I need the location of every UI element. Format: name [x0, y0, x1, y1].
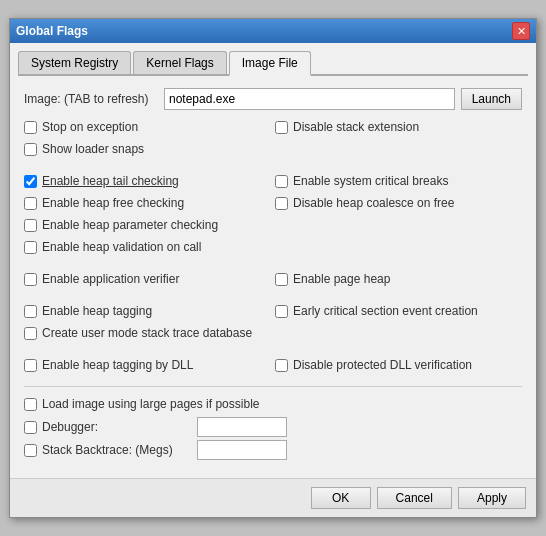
launch-button[interactable]: Launch [461, 88, 522, 110]
debugger-row: Debugger: [24, 417, 522, 437]
main-content: System Registry Kernel Flags Image File … [10, 43, 536, 472]
enable-app-verifier-checkbox[interactable] [24, 273, 37, 286]
disable-protected-label[interactable]: Disable protected DLL verification [293, 358, 472, 372]
enable-heap-param-label[interactable]: Enable heap parameter checking [42, 218, 218, 232]
create-user-mode-checkbox[interactable] [24, 327, 37, 340]
global-flags-window: Global Flags ✕ System Registry Kernel Fl… [9, 18, 537, 518]
disable-protected-checkbox[interactable] [275, 359, 288, 372]
enable-sys-critical-checkbox[interactable] [275, 175, 288, 188]
col-left-heap: Enable heap tail checking Enable heap fr… [24, 172, 271, 260]
show-loader-label[interactable]: Show loader snaps [42, 142, 144, 156]
checkbox-page-heap: Enable page heap [275, 270, 522, 288]
tab-image-file[interactable]: Image File [229, 51, 311, 76]
stack-backtrace-checkbox-row: Stack Backtrace: (Megs) [24, 441, 197, 459]
stop-exception-label[interactable]: Stop on exception [42, 120, 138, 134]
tab-bar: System Registry Kernel Flags Image File [18, 51, 528, 76]
checkbox-heap-param: Enable heap parameter checking [24, 216, 271, 234]
title-bar: Global Flags ✕ [10, 19, 536, 43]
checkbox-stop-exception: Stop on exception [24, 118, 271, 136]
show-loader-checkbox[interactable] [24, 143, 37, 156]
checkbox-show-loader: Show loader snaps [24, 140, 271, 158]
tab-system-registry[interactable]: System Registry [18, 51, 131, 74]
checkbox-large-pages: Load image using large pages if possible [24, 395, 522, 413]
early-critical-label[interactable]: Early critical section event creation [293, 304, 478, 318]
col-right-dll: Disable protected DLL verification [275, 356, 522, 378]
tab-kernel-flags[interactable]: Kernel Flags [133, 51, 226, 74]
footer: OK Cancel Apply [10, 478, 536, 517]
checkbox-heap-coalesce: Disable heap coalesce on free [275, 194, 522, 212]
enable-page-heap-label[interactable]: Enable page heap [293, 272, 390, 286]
checkbox-heap-valid: Enable heap validation on call [24, 238, 271, 256]
cancel-button[interactable]: Cancel [377, 487, 452, 509]
checkbox-heap-free: Enable heap free checking [24, 194, 271, 212]
enable-heap-param-checkbox[interactable] [24, 219, 37, 232]
enable-heap-valid-label[interactable]: Enable heap validation on call [42, 240, 201, 254]
col-left-verifier: Enable application verifier [24, 270, 271, 292]
form-area: Image: (TAB to refresh) Launch Stop on e… [18, 84, 528, 464]
checkbox-sys-critical: Enable system critical breaks [275, 172, 522, 190]
enable-heap-tag-dll-label[interactable]: Enable heap tagging by DLL [42, 358, 193, 372]
col-right-heap: Enable system critical breaks Disable he… [275, 172, 522, 260]
disable-heap-coalesce-label[interactable]: Disable heap coalesce on free [293, 196, 454, 210]
col-right-lower: Early critical section event creation [275, 302, 522, 346]
disable-stack-checkbox[interactable] [275, 121, 288, 134]
ok-button[interactable]: OK [311, 487, 371, 509]
stack-backtrace-row: Stack Backtrace: (Megs) [24, 440, 522, 460]
checkbox-disable-stack: Disable stack extension [275, 118, 522, 136]
enable-page-heap-checkbox[interactable] [275, 273, 288, 286]
col-left-lower: Enable heap tagging Create user mode sta… [24, 302, 271, 346]
checkbox-heap-tag-dll: Enable heap tagging by DLL [24, 356, 271, 374]
col-right-top: Disable stack extension [275, 118, 522, 162]
col-right-page-heap: Enable page heap [275, 270, 522, 292]
image-input[interactable] [164, 88, 455, 110]
enable-heap-free-checkbox[interactable] [24, 197, 37, 210]
image-label: Image: (TAB to refresh) [24, 92, 164, 106]
disable-heap-coalesce-checkbox[interactable] [275, 197, 288, 210]
checkbox-heap-tagging: Enable heap tagging [24, 302, 271, 320]
top-checkboxes: Stop on exception Show loader snaps Disa… [24, 118, 522, 162]
early-critical-checkbox[interactable] [275, 305, 288, 318]
enable-heap-free-label[interactable]: Enable heap free checking [42, 196, 184, 210]
stack-backtrace-checkbox[interactable] [24, 444, 37, 457]
apply-button[interactable]: Apply [458, 487, 526, 509]
checkbox-heap-tail: Enable heap tail checking [24, 172, 271, 190]
verifier-section: Enable application verifier Enable page … [24, 270, 522, 292]
enable-heap-tag-dll-checkbox[interactable] [24, 359, 37, 372]
load-large-pages-checkbox[interactable] [24, 398, 37, 411]
window-title: Global Flags [16, 24, 88, 38]
col-left-top: Stop on exception Show loader snaps [24, 118, 271, 162]
debugger-checkbox-row: Debugger: [24, 418, 197, 436]
checkbox-early-critical: Early critical section event creation [275, 302, 522, 320]
col-left-dll: Enable heap tagging by DLL [24, 356, 271, 378]
enable-heap-valid-checkbox[interactable] [24, 241, 37, 254]
enable-heap-tagging-label[interactable]: Enable heap tagging [42, 304, 152, 318]
checkbox-app-verifier: Enable application verifier [24, 270, 271, 288]
checkbox-user-mode: Create user mode stack trace database [24, 324, 271, 342]
disable-stack-label[interactable]: Disable stack extension [293, 120, 419, 134]
close-button[interactable]: ✕ [512, 22, 530, 40]
debugger-input[interactable] [197, 417, 287, 437]
stack-backtrace-input[interactable] [197, 440, 287, 460]
checkbox-disable-protected: Disable protected DLL verification [275, 356, 522, 374]
bottom-inputs: Debugger: Stack Backtrace: (Megs) [24, 417, 522, 460]
enable-heap-tail-checkbox[interactable] [24, 175, 37, 188]
enable-heap-tail-label[interactable]: Enable heap tail checking [42, 174, 179, 188]
enable-app-verifier-label[interactable]: Enable application verifier [42, 272, 179, 286]
debugger-label[interactable]: Debugger: [42, 420, 197, 434]
lower-checkboxes: Enable heap tagging Create user mode sta… [24, 302, 522, 346]
stack-backtrace-label[interactable]: Stack Backtrace: (Megs) [42, 443, 197, 457]
dll-section: Enable heap tagging by DLL Disable prote… [24, 356, 522, 378]
debugger-checkbox[interactable] [24, 421, 37, 434]
stop-exception-checkbox[interactable] [24, 121, 37, 134]
create-user-mode-label[interactable]: Create user mode stack trace database [42, 326, 252, 340]
heap-checkboxes: Enable heap tail checking Enable heap fr… [24, 172, 522, 260]
enable-heap-tagging-checkbox[interactable] [24, 305, 37, 318]
load-large-pages-label[interactable]: Load image using large pages if possible [42, 397, 259, 411]
image-row: Image: (TAB to refresh) Launch [24, 88, 522, 110]
enable-sys-critical-label[interactable]: Enable system critical breaks [293, 174, 448, 188]
